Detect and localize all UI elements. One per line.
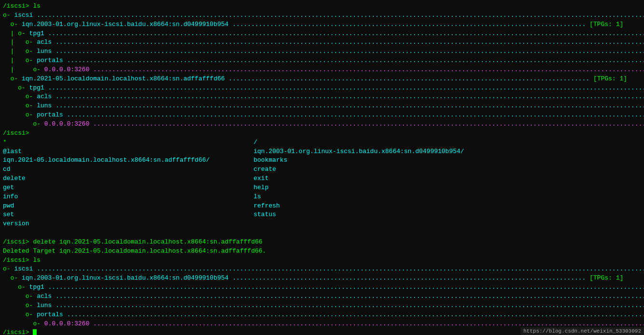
terminal-line: o- portals .............................… [3, 310, 641, 320]
terminal-line: o- iqn.2021-05.localdomain.localhost.x86… [3, 75, 641, 84]
terminal-line: o- tpg1 ................................… [3, 84, 641, 93]
terminal-blank-line [3, 229, 641, 238]
terminal-line-twocol: version [3, 219, 641, 229]
terminal-line-twocol: @lastiqn.2003-01.org.linux-iscsi.baidu.x… [3, 147, 641, 156]
terminal-line: o- iscsi ...............................… [3, 11, 641, 20]
terminal-line: o- iscsi ...............................… [3, 265, 641, 274]
terminal-line: /iscsi> ls [3, 256, 641, 265]
terminal-line: o- acls ................................… [3, 292, 641, 301]
terminal[interactable]: /iscsi> lso- iscsi .....................… [0, 0, 644, 335]
terminal-line: | o- acls ..............................… [3, 38, 641, 47]
terminal-line-twocol: */ [3, 138, 641, 147]
terminal-line: /iscsi> delete iqn.2021-05.localdomain.l… [3, 238, 641, 247]
terminal-line: o- portals .............................… [3, 111, 641, 120]
terminal-line: | o- luns ..............................… [3, 47, 641, 56]
terminal-line: Deleted Target iqn.2021-05.localdomain.l… [3, 247, 641, 256]
terminal-line: o- tpg1 ................................… [3, 283, 641, 292]
terminal-line: o- luns ................................… [3, 301, 641, 310]
terminal-line-twocol: gethelp [3, 183, 641, 193]
terminal-line: o- 0.0.0.0:3260 ........................… [3, 120, 641, 129]
terminal-line: o- iqn.2003-01.org.linux-iscsi.baidu.x86… [3, 274, 641, 283]
terminal-line: | o- tpg1 ..............................… [3, 29, 641, 39]
url-bar: https://blog.csdn.net/weixin_53303092 [521, 327, 644, 335]
terminal-line-twocol: deleteexit [3, 174, 641, 183]
terminal-line: o- luns ................................… [3, 102, 641, 111]
terminal-line: o- acls ................................… [3, 92, 641, 102]
terminal-line-twocol: pwdrefresh [3, 202, 641, 211]
terminal-line: | o- portals ...........................… [3, 56, 641, 65]
terminal-cursor [33, 329, 37, 335]
terminal-line-twocol: setstatus [3, 210, 641, 219]
terminal-line: | o- 0.0.0.0:3260 ......................… [3, 65, 641, 75]
terminal-line-twocol: iqn.2021-05.localdomain.localhost.x8664:… [3, 156, 641, 165]
terminal-content: /iscsi> lso- iscsi .....................… [3, 2, 641, 335]
terminal-line: o- iqn.2003-01.org.linux-iscsi.baidu.x86… [3, 20, 641, 29]
terminal-line: /iscsi> ls [3, 2, 641, 11]
terminal-line: /iscsi> [3, 129, 641, 138]
terminal-line-twocol: cdcreate [3, 165, 641, 174]
terminal-line-twocol: infols [3, 193, 641, 202]
